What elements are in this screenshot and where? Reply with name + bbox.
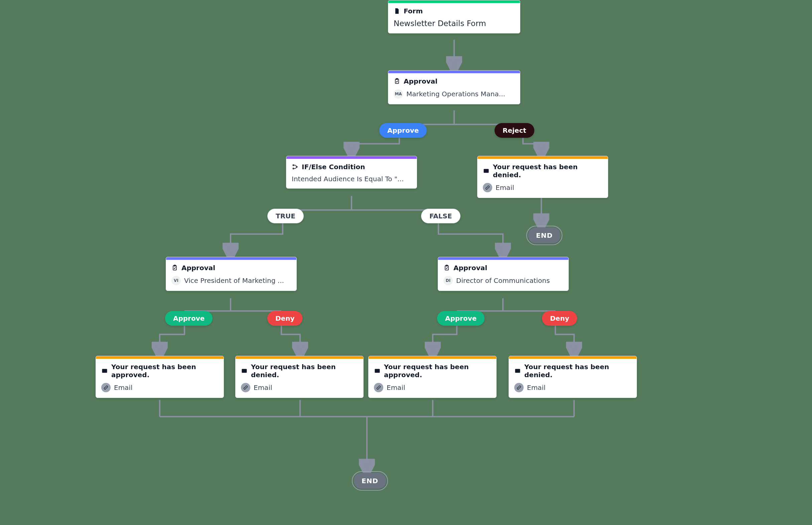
node-type-label: Your request has been approved.	[111, 363, 218, 379]
clipboard-check-icon	[443, 265, 450, 271]
branch-approve-dir[interactable]: Approve	[437, 311, 485, 326]
branch-icon	[292, 164, 298, 170]
email-channel: Email	[527, 384, 546, 392]
avatar: VI	[171, 276, 181, 285]
branch-false[interactable]: FALSE	[421, 209, 460, 223]
svg-rect-19	[396, 11, 398, 11]
branch-approve[interactable]: Approve	[379, 123, 427, 138]
svg-point-24	[293, 168, 294, 169]
node-title: Newsletter Details Form	[388, 17, 520, 33]
email-channel: Email	[254, 384, 272, 392]
envelope-icon	[374, 368, 380, 374]
branch-reject[interactable]: Reject	[495, 123, 534, 138]
approver-name: Marketing Operations Mana...	[406, 90, 505, 98]
node-approval-director[interactable]: Approval DI Director of Communications	[438, 257, 569, 291]
link-icon	[374, 383, 383, 392]
approver-name: Vice President of Marketing ...	[184, 276, 284, 285]
svg-point-25	[296, 166, 297, 167]
branch-true[interactable]: TRUE	[267, 209, 304, 223]
node-condition[interactable]: IF/Else Condition Intended Audience Is E…	[286, 156, 417, 189]
node-email-approved-dir[interactable]: Your request has been approved. Email	[368, 356, 497, 398]
workflow-canvas[interactable]: Form Newsletter Details Form Approval MA…	[0, 0, 812, 525]
avatar: MA	[394, 89, 403, 99]
node-type-label: Your request has been denied.	[493, 163, 603, 179]
node-type-label: Your request has been denied.	[251, 363, 358, 379]
node-email-denied-vp[interactable]: Your request has been denied. Email	[235, 356, 363, 398]
svg-point-23	[293, 165, 294, 166]
email-channel: Email	[496, 184, 514, 192]
envelope-icon	[241, 368, 248, 374]
avatar: DI	[443, 276, 453, 285]
email-channel: Email	[387, 384, 405, 392]
branch-deny-vp[interactable]: Deny	[267, 311, 302, 326]
node-type-label: Your request has been approved.	[384, 363, 491, 379]
link-icon	[101, 383, 111, 392]
link-icon	[514, 383, 524, 392]
node-email-approved-vp[interactable]: Your request has been approved. Email	[96, 356, 224, 398]
branch-deny-dir[interactable]: Deny	[542, 311, 577, 326]
envelope-icon	[514, 368, 521, 374]
document-icon	[394, 8, 400, 14]
condition-rule: Intended Audience Is Equal To "...	[292, 175, 404, 183]
envelope-icon	[483, 167, 489, 174]
node-type-label: Approval	[182, 264, 215, 272]
node-type-label: IF/Else Condition	[302, 163, 365, 171]
node-type-label: Form	[404, 7, 423, 15]
node-email-denied-dir[interactable]: Your request has been denied. Email	[509, 356, 637, 398]
end-node: END	[354, 473, 386, 489]
clipboard-check-icon	[394, 78, 400, 85]
node-type-label: Your request has been denied.	[524, 363, 631, 379]
node-email-denied-top[interactable]: Your request has been denied. Email	[477, 156, 608, 198]
end-node: END	[528, 227, 561, 243]
envelope-icon	[101, 368, 108, 374]
node-approval-vp[interactable]: Approval VI Vice President of Marketing …	[166, 257, 297, 291]
node-approval-marketing[interactable]: Approval MA Marketing Operations Mana...	[388, 70, 520, 104]
link-icon	[483, 183, 492, 192]
node-type-label: Approval	[404, 77, 437, 85]
clipboard-check-icon	[171, 265, 178, 271]
svg-rect-20	[396, 12, 398, 12]
approver-name: Director of Communications	[456, 276, 550, 285]
node-form[interactable]: Form Newsletter Details Form	[388, 0, 520, 33]
branch-approve-vp[interactable]: Approve	[165, 311, 213, 326]
node-type-label: Approval	[453, 264, 487, 272]
link-icon	[241, 383, 250, 392]
email-channel: Email	[114, 384, 132, 392]
